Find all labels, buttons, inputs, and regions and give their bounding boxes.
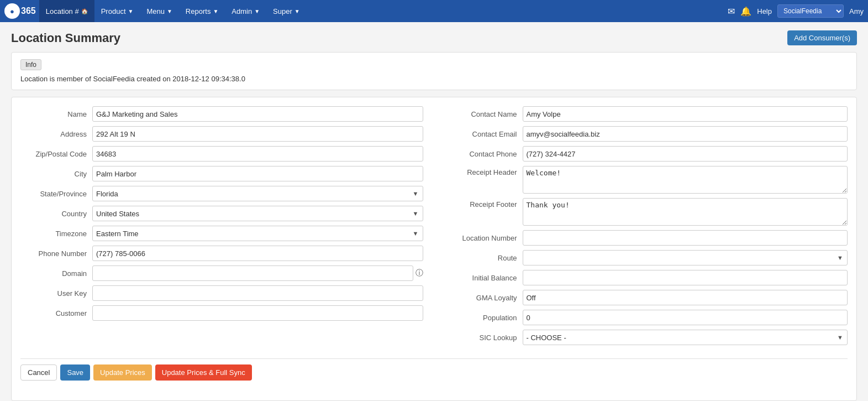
chevron-down-icon: ▼ — [254, 8, 260, 14]
label-name: Name — [20, 110, 92, 118]
select-route[interactable] — [523, 250, 848, 265]
nav-right: ✉ 🔔 Help SocialFeedia Amy — [728, 4, 864, 18]
label-userkey: User Key — [20, 289, 92, 298]
user-name: Amy — [849, 7, 864, 15]
row-gma-loyalty: GMA Loyalty — [445, 290, 848, 305]
input-phone[interactable] — [92, 246, 423, 261]
label-initial-balance: Initial Balance — [445, 274, 523, 282]
input-customer[interactable] — [92, 305, 423, 321]
domain-wrapper: ⓘ — [92, 265, 423, 281]
label-domain: Domain — [20, 269, 92, 278]
row-receipt-header: Receipt Header Welcome! — [445, 166, 848, 194]
chevron-down-icon: ▼ — [294, 8, 300, 14]
logo-circle: ● — [4, 3, 20, 19]
nav-item-menu[interactable]: Menu ▼ — [140, 0, 178, 22]
chevron-down-icon: ▼ — [167, 8, 172, 14]
nav-label-location: Location # — [46, 7, 79, 15]
nav-item-reports[interactable]: Reports ▼ — [179, 0, 225, 22]
input-address[interactable] — [92, 126, 423, 142]
nav-item-product[interactable]: Product ▼ — [94, 0, 140, 22]
update-full-sync-button[interactable]: Update Prices & Full Sync — [155, 364, 252, 381]
location-icon: 🏠 — [81, 8, 88, 14]
label-sic-lookup: SIC Lookup — [445, 334, 523, 342]
info-toggle[interactable]: Info — [20, 59, 41, 70]
input-initial-balance[interactable] — [523, 270, 848, 285]
chevron-down-icon: ▼ — [128, 8, 134, 14]
help-link[interactable]: Help — [757, 7, 772, 15]
form-right: Contact Name Contact Email Contact Phone… — [445, 106, 848, 350]
sic-wrapper: - CHOOSE - ▼ — [523, 330, 848, 345]
input-contact-phone[interactable] — [523, 146, 848, 162]
row-location-number: Location Number — [445, 230, 848, 246]
label-contact-email: Contact Email — [445, 130, 523, 138]
select-timezone[interactable]: Eastern Time — [92, 226, 423, 241]
input-city[interactable] — [92, 166, 423, 181]
row-country: Country United States ▼ — [20, 206, 423, 221]
cancel-button[interactable]: Cancel — [20, 364, 57, 381]
form-section: Name Address Zip/Postal Code City State/… — [20, 106, 848, 350]
input-contact-name[interactable] — [523, 106, 848, 122]
navbar: ● 365 Location # 🏠 Product ▼ Menu ▼ Repo… — [0, 0, 868, 22]
nav-label-menu: Menu — [146, 7, 165, 15]
textarea-receipt-footer[interactable]: Thank you! — [523, 198, 848, 226]
route-wrapper: ▼ — [523, 250, 848, 265]
page-content: Location Summary Add Consumer(s) Info Lo… — [0, 22, 868, 401]
state-wrapper: Florida ▼ — [92, 186, 423, 201]
row-userkey: User Key — [20, 285, 423, 301]
textarea-receipt-header[interactable]: Welcome! — [523, 166, 848, 194]
label-zip: Zip/Postal Code — [20, 150, 92, 158]
label-receipt-footer: Receipt Footer — [445, 198, 523, 209]
brand-logo[interactable]: ● 365 — [4, 3, 36, 19]
row-contact-name: Contact Name — [445, 106, 848, 122]
account-selector[interactable]: SocialFeedia — [777, 4, 844, 18]
add-consumer-button[interactable]: Add Consumer(s) — [787, 30, 857, 45]
input-gma-loyalty[interactable] — [523, 290, 848, 305]
timezone-wrapper: Eastern Time ▼ — [92, 226, 423, 241]
input-userkey[interactable] — [92, 285, 423, 301]
label-population: Population — [445, 314, 523, 322]
select-state[interactable]: Florida — [92, 186, 423, 201]
chart-icon: ▼ — [213, 8, 218, 14]
label-location-number: Location Number — [445, 234, 523, 242]
input-population[interactable] — [523, 310, 848, 325]
label-state: State/Province — [20, 190, 92, 198]
info-circle-icon[interactable]: ⓘ — [415, 268, 423, 278]
nav-label-product: Product — [101, 7, 126, 15]
input-location-number[interactable] — [523, 230, 848, 246]
row-customer: Customer — [20, 305, 423, 321]
nav-label-super: Super — [273, 7, 292, 15]
bell-icon[interactable]: 🔔 — [740, 6, 751, 17]
row-initial-balance: Initial Balance — [445, 270, 848, 285]
update-prices-button[interactable]: Update Prices — [93, 364, 152, 381]
label-address: Address — [20, 130, 92, 138]
nav-item-location[interactable]: Location # 🏠 — [39, 0, 94, 22]
label-receipt-header: Receipt Header — [445, 166, 523, 176]
nav-item-admin[interactable]: Admin ▼ — [225, 0, 266, 22]
row-domain: Domain ⓘ — [20, 265, 423, 281]
row-state: State/Province Florida ▼ — [20, 186, 423, 201]
row-phone: Phone Number — [20, 246, 423, 261]
label-gma-loyalty: GMA Loyalty — [445, 294, 523, 302]
input-zip[interactable] — [92, 146, 423, 162]
country-wrapper: United States ▼ — [92, 206, 423, 221]
page-header: Location Summary Add Consumer(s) — [11, 30, 857, 45]
logo-text: 365 — [21, 6, 36, 16]
input-name[interactable] — [92, 106, 423, 122]
select-country[interactable]: United States — [92, 206, 423, 221]
row-contact-phone: Contact Phone — [445, 146, 848, 162]
info-panel: Info Location is member of SocialFeedia … — [11, 52, 857, 90]
label-city: City — [20, 170, 92, 178]
label-phone: Phone Number — [20, 249, 92, 258]
nav-item-super[interactable]: Super ▼ — [266, 0, 307, 22]
label-contact-name: Contact Name — [445, 110, 523, 118]
select-sic-lookup[interactable]: - CHOOSE - — [523, 330, 848, 345]
row-population: Population — [445, 310, 848, 325]
save-button[interactable]: Save — [60, 364, 90, 381]
row-zip: Zip/Postal Code — [20, 146, 423, 162]
mail-icon[interactable]: ✉ — [728, 6, 735, 17]
logo-symbol: ● — [10, 7, 14, 15]
input-domain[interactable] — [92, 265, 413, 281]
input-contact-email[interactable] — [523, 126, 848, 142]
row-receipt-footer: Receipt Footer Thank you! — [445, 198, 848, 226]
row-name: Name — [20, 106, 423, 122]
